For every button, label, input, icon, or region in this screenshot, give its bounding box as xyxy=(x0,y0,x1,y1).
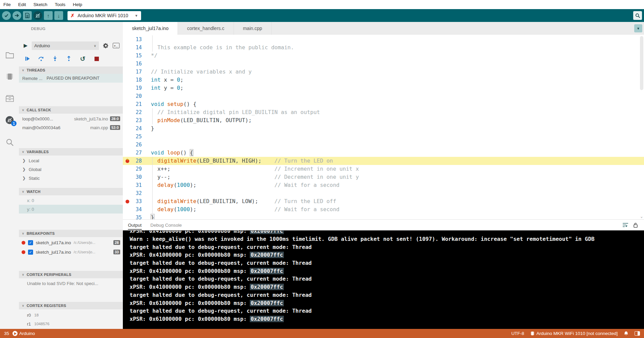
soft-wrap-icon[interactable] xyxy=(622,222,628,228)
breakpoint-row[interactable]: ✓sketch_jul17a.ino/c:/Users/jo...33 xyxy=(19,247,123,257)
gutter[interactable]: 20 xyxy=(123,92,151,100)
sketch-button[interactable] xyxy=(23,11,32,20)
code-line-17[interactable]: 17// Initialize variables x and y xyxy=(123,68,644,76)
stop-button[interactable] xyxy=(93,56,100,62)
gutter[interactable]: ➤28 xyxy=(123,157,151,165)
menu-item-file[interactable]: File xyxy=(3,2,11,7)
gutter[interactable]: 33 xyxy=(123,197,151,205)
serial-monitor-button[interactable] xyxy=(633,11,642,20)
step-into-button[interactable] xyxy=(52,56,58,62)
code-editor[interactable]: ⌄ 1314 This example code is in the publi… xyxy=(123,35,644,219)
code-line-21[interactable]: 21void setup() { xyxy=(123,100,644,108)
tab-sketch_jul17a.ino[interactable]: sketch_jul17a.ino xyxy=(123,22,178,35)
menu-item-edit[interactable]: Edit xyxy=(18,2,26,7)
code-line-26[interactable]: 26 xyxy=(123,141,644,149)
debug-settings-button[interactable] xyxy=(103,43,109,49)
status-board[interactable]: Arduino MKR WiFi 1010 [not connected] xyxy=(530,331,618,336)
gutter[interactable]: 17 xyxy=(123,68,151,76)
watch-expression-x[interactable]: x: 0 xyxy=(19,196,123,205)
tab-output[interactable]: Output xyxy=(128,223,142,228)
editor-dropdown-button[interactable]: ▼ xyxy=(634,24,642,32)
code-line-24[interactable]: 24} xyxy=(123,124,644,133)
variables-section-header[interactable]: ∨ VARIABLES xyxy=(19,148,123,156)
code-line-23[interactable]: 23 pinMode(LED_BUILTIN, OUTPUT); xyxy=(123,116,644,124)
call-stack-section-header[interactable]: ∨ CALL STACK xyxy=(19,106,123,114)
code-line-13[interactable]: 13 xyxy=(123,35,644,44)
code-line-16[interactable]: 16 xyxy=(123,60,644,68)
status-encoding[interactable]: UTF-8 xyxy=(511,331,524,336)
register-row-r1[interactable]: r11048576 xyxy=(19,319,123,328)
call-stack-row[interactable]: loop@0x0000...sketch_jul17a.ino28:0 xyxy=(19,114,123,123)
gutter[interactable]: 35 xyxy=(123,214,151,219)
thread-row[interactable]: Remote ... PAUSED ON BREAKPOINT xyxy=(19,74,123,83)
export-binary-button[interactable]: ↓ xyxy=(54,11,63,20)
variables-scope-local[interactable]: ❯Local xyxy=(19,156,123,165)
code-line-22[interactable]: 22 // Initialize digital pin LED_BUILTIN… xyxy=(123,108,644,116)
sidebar-item-library-manager[interactable] xyxy=(5,94,14,103)
register-row-r0[interactable]: r018 xyxy=(19,311,123,319)
gutter[interactable]: 22 xyxy=(123,108,151,116)
call-stack-row[interactable]: main@0x000034a6main.cpp53:0 xyxy=(19,123,123,132)
cortex-registers-section-header[interactable]: ∨ CORTEX REGISTERS xyxy=(19,302,123,309)
gutter[interactable]: 15 xyxy=(123,52,151,60)
breakpoint-row[interactable]: ✓sketch_jul17a.ino/c:/Users/jo...28 xyxy=(19,238,123,247)
gutter[interactable]: 31 xyxy=(123,181,151,189)
upload-programmer-button[interactable]: ↑ xyxy=(44,11,53,20)
code-line-27[interactable]: 27void loop() { xyxy=(123,149,644,157)
tab-debug-console[interactable]: Debug Console xyxy=(151,223,182,228)
code-line-32[interactable]: 32 xyxy=(123,189,644,197)
menu-item-tools[interactable]: Tools xyxy=(55,2,65,7)
open-debug-console-button[interactable]: ▸_ xyxy=(113,43,119,48)
sidebar-item-debug[interactable]: 1 xyxy=(5,115,14,124)
variables-scope-global[interactable]: ❯Global xyxy=(19,165,123,174)
gutter[interactable]: 23 xyxy=(123,116,151,124)
code-line-19[interactable]: 19int y = 0; xyxy=(123,84,644,92)
gutter[interactable]: 14 xyxy=(123,44,151,52)
gutter[interactable]: 25 xyxy=(123,133,151,141)
breakpoint-checkbox[interactable]: ✓ xyxy=(28,250,33,255)
code-line-34[interactable]: 34 delay(1000); // Wait for a second xyxy=(123,205,644,214)
menu-item-help[interactable]: Help xyxy=(73,2,82,7)
gutter[interactable]: 32 xyxy=(123,189,151,197)
debug-button[interactable] xyxy=(33,11,42,20)
gutter[interactable]: 19 xyxy=(123,84,151,92)
debug-config-select[interactable]: Arduino ∨ xyxy=(32,41,99,50)
code-line-20[interactable]: 20 xyxy=(123,92,644,100)
gutter[interactable]: 30 xyxy=(123,173,151,181)
watch-section-header[interactable]: ∨ WATCH xyxy=(19,188,123,195)
code-line-31[interactable]: 31 delay(1000); // Wait for a second xyxy=(123,181,644,189)
scroll-lock-icon[interactable] xyxy=(633,222,638,228)
step-out-button[interactable] xyxy=(66,56,72,62)
code-line-30[interactable]: 30 y--; // Decrement in one unit y xyxy=(123,173,644,181)
step-over-button[interactable] xyxy=(38,56,44,62)
cortex-peripherals-section-header[interactable]: ∨ CORTEX PERIPHERALS xyxy=(19,271,123,278)
watch-expression-y[interactable]: y: 0 xyxy=(19,205,123,214)
gutter[interactable]: 34 xyxy=(123,205,151,214)
sidebar-item-boards-manager[interactable] xyxy=(5,72,14,81)
code-line-15[interactable]: 15*/ xyxy=(123,52,644,60)
code-line-14[interactable]: 14 This example code is in the public do… xyxy=(123,44,644,52)
gutter[interactable]: 29 xyxy=(123,165,151,173)
variables-scope-static[interactable]: ❯Static xyxy=(19,174,123,182)
sidebar-item-sketchbook[interactable] xyxy=(5,50,14,59)
continue-button[interactable] xyxy=(24,56,30,62)
code-line-33[interactable]: 33 digitalWrite(LED_BUILTIN, LOW); // Tu… xyxy=(123,197,644,205)
menu-item-sketch[interactable]: Sketch xyxy=(33,2,47,7)
toggle-panel-icon[interactable] xyxy=(635,331,640,336)
gutter[interactable]: 24 xyxy=(123,124,151,133)
threads-section-header[interactable]: ∨ THREADS xyxy=(19,66,123,74)
code-line-29[interactable]: 29 x++; // Increment in one unit x xyxy=(123,165,644,173)
restart-button[interactable]: ↺ xyxy=(80,56,86,62)
start-debug-icon[interactable]: ▶ xyxy=(24,43,28,49)
gutter[interactable]: 27 xyxy=(123,149,151,157)
verify-button[interactable] xyxy=(2,11,11,20)
gutter[interactable]: 18 xyxy=(123,76,151,84)
breakpoint-checkbox[interactable]: ✓ xyxy=(28,240,33,245)
upload-button[interactable] xyxy=(12,11,21,20)
bell-icon[interactable] xyxy=(624,331,628,336)
tab-main.cpp[interactable]: main.cpp xyxy=(234,22,272,35)
gutter[interactable]: 26 xyxy=(123,141,151,149)
code-line-35[interactable]: 35} xyxy=(123,214,644,219)
code-line-28[interactable]: ➤28 digitalWrite(LED_BUILTIN, HIGH); // … xyxy=(123,157,644,165)
gutter[interactable]: 13 xyxy=(123,35,151,44)
